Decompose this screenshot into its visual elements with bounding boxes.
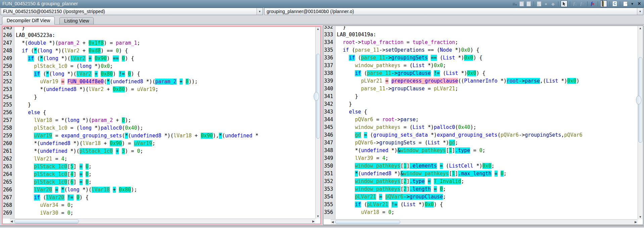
code-line[interactable]: 348 *(undefined *)&window_pathkeys[1].ty… (324, 147, 638, 154)
code-line[interactable]: 353 window_pathkeys[2].length = 0; (324, 185, 638, 193)
right-function-selector[interactable]: grouping_planner@001040b0 (/planner.o) ▼ (264, 8, 643, 15)
code-line[interactable]: 249 if (*(long *)(lVar2 + 0x90) == 0) { (3, 55, 315, 62)
scroll-right-icon[interactable]: ▶ (635, 220, 637, 224)
vertical-scrollbar-thumb[interactable] (638, 57, 642, 143)
code-line[interactable]: 336 if (parse_11->groupingSets == (List … (324, 54, 638, 62)
horizontal-scrollbar[interactable]: ◀ ▶ (10, 219, 315, 224)
code-line[interactable]: 266 lVar20 = *(long *)(lVar18 + 0x80); (3, 186, 315, 194)
line-number: 265 (3, 178, 14, 186)
scrollbar-grip[interactable] (314, 92, 319, 101)
code-line[interactable]: 250 plStack_1c0 = (long *)0x0; (3, 62, 315, 70)
line-number: 269 (3, 209, 14, 217)
code-line[interactable]: 332 } (324, 26, 638, 31)
code-line[interactable]: 337 window_pathkeys = (List *)0x0; (324, 62, 638, 70)
code-line[interactable]: 260 *(undefined8 *)(lVar18 + 0x90) = uVa… (3, 140, 315, 147)
code-line[interactable]: 340 parse_11->groupClause = pLVar21; (324, 85, 638, 93)
code-line[interactable]: 245 } (3, 27, 315, 32)
left-selector-dropdown-icon[interactable]: ▼ (257, 8, 263, 15)
code-line[interactable]: 350 window_pathkeys[1].elements = (ListC… (324, 162, 638, 170)
code-line[interactable]: 247 *(double *)(param_2 + 0x1f8) = param… (3, 39, 315, 47)
code-line[interactable]: 268 uVar34 = 0; (3, 201, 315, 209)
code-text: if (*(long *)(lVar2 + 0x90) == 0) { (14, 55, 134, 61)
code-line[interactable]: 256 else { (3, 109, 315, 117)
tab-decompiler-diff-view[interactable]: Decompiler Diff View (2, 16, 55, 25)
scroll-left-icon[interactable]: ◀ (10, 219, 13, 224)
code-text: window_pathkeys[2].length = 0; (335, 186, 446, 192)
scroll-right-icon[interactable]: ▶ (312, 219, 315, 224)
code-line[interactable]: 354 pLVar21 = pQVar6->groupClause; (324, 193, 638, 201)
code-text: pQVar6 = root->parse; (335, 117, 419, 123)
c-source-icon[interactable]: C (612, 1, 617, 7)
horizontal-scrollbar-thumb[interactable] (335, 220, 400, 224)
code-line[interactable]: 342 } (324, 100, 638, 108)
code-line[interactable]: 347 pQVar6->groupingSets = (List *)gd; (324, 139, 638, 147)
code-area-left[interactable]: 245 }246LAB_0045223a:247 *(double *)(par… (3, 27, 315, 219)
code-line[interactable]: 259 uVar19 = expand_grouping_sets(*(unde… (3, 132, 315, 140)
code-line[interactable]: 255 } (3, 101, 315, 109)
code-line[interactable]: 258 plStack_1c0 = (long *)palloc0(0x40); (3, 124, 315, 132)
code-line[interactable]: 346 gd = (grouping_sets_data *)expand_gr… (324, 131, 638, 139)
scroll-up-icon[interactable]: ▲ (316, 27, 320, 31)
left-function-selector[interactable]: FUN_00452150@00452150 (/postgres_strippe… (1, 8, 263, 15)
vertical-scrollbar-thumb[interactable] (316, 54, 320, 139)
code-line[interactable]: 355 if (pLVar21 != (List *)0x0) { (324, 201, 638, 209)
line-number: 336 (324, 54, 335, 62)
code-line[interactable]: 246LAB_0045223a: (3, 32, 315, 39)
code-line[interactable]: 267 if (lVar20 != 0) { (3, 194, 315, 201)
line-number: 267 (3, 194, 14, 201)
code-line[interactable]: 261 *(undefined *)(plStack_1c0 + 3) = 0; (3, 147, 315, 155)
line-number: 255 (3, 101, 14, 109)
code-line[interactable]: 253 *(undefined8 *)(lVar2 + 0x80) = uVar… (3, 86, 315, 93)
code-text: } (335, 93, 358, 99)
lock-scroll-icon[interactable] (600, 0, 607, 7)
code-text: window_pathkeys[1].elements = (ListCell … (335, 163, 495, 169)
cursor-select-icon[interactable] (561, 0, 567, 7)
code-line[interactable]: 356 uVar18 = 0; (324, 209, 638, 216)
vertical-scrollbar[interactable]: ▲ ▼ (315, 27, 320, 219)
code-line[interactable]: 248 if (*(long *)(lVar2 + 0xd8) == 0) { (3, 47, 315, 55)
code-line[interactable]: 339 pLVar21 = preprocess_groupclause((Pl… (324, 77, 638, 85)
code-line[interactable]: 352 window_pathkeys[2].type = T_Invalid; (324, 178, 638, 185)
code-line[interactable]: 343 else { (324, 108, 638, 116)
remove-function-match-icon[interactable]: f× (590, 1, 595, 7)
scroll-up-icon[interactable]: ▲ (638, 26, 643, 31)
code-line[interactable]: 262 lVar21 = 4; (3, 155, 315, 163)
scroll-down-icon[interactable]: ▼ (638, 215, 643, 219)
code-line[interactable]: 345 window_pathkeys = (List *)palloc0(0x… (324, 124, 638, 131)
code-text: plStack_1c0 = (long *)palloc0(0x40); (14, 125, 143, 131)
horizontal-scrollbar-thumb[interactable] (14, 219, 79, 223)
code-line[interactable]: 254 } (3, 93, 315, 101)
code-line[interactable]: 333LAB_0010419a: (324, 31, 638, 39)
code-line[interactable]: 335 if (parse_11->setOperations == (Node… (324, 46, 638, 54)
new-snapshot-icon[interactable]: → (623, 1, 628, 7)
horizontal-scrollbar[interactable]: ◀ ▶ (331, 219, 638, 224)
scroll-left-icon[interactable]: ◀ (331, 220, 334, 224)
code-line[interactable]: 263 plStack_1c0[5] = 0; (3, 163, 315, 171)
code-line[interactable]: 349 lVar39 = 4; (324, 154, 638, 162)
code-line[interactable]: 257 lVar18 = *(long *)(param_2 + 8); (3, 117, 315, 124)
code-line[interactable]: 252 uVar19 = FUN_0044f8e0(*(undefined8 *… (3, 78, 315, 86)
code-line[interactable]: 334 root->tuple_fraction = tuple_fractio… (324, 39, 638, 46)
view-options-menu-icon[interactable]: ≡▾ (512, 1, 517, 7)
code-text: if (*(long *)(lVar2 + 0x80) != 0) { (14, 71, 140, 77)
close-icon[interactable]: × (637, 1, 642, 7)
code-area-right[interactable]: 332 }333LAB_0010419a:334 root->tuple_fra… (324, 26, 638, 219)
toolbar-separator (620, 1, 620, 6)
code-line[interactable]: 341 } (324, 93, 638, 100)
code-text: window_pathkeys[2].type = T_Invalid; (335, 178, 464, 184)
tab-listing-view[interactable]: Listing View (59, 17, 94, 25)
scrollbar-grip[interactable] (636, 96, 641, 104)
right-selector-dropdown-icon[interactable]: ▼ (637, 8, 643, 15)
vertical-scrollbar[interactable]: ▲ ▼ (638, 26, 643, 219)
code-line[interactable]: 344 pQVar6 = root->parse; (324, 116, 638, 124)
code-line[interactable]: 269 iVar30 = 0; (3, 209, 315, 217)
code-text: parse_11->groupClause = pLVar21; (335, 86, 458, 92)
code-line[interactable]: 251 if (*(long *)(lVar2 + 0x80) != 0) { (3, 70, 315, 78)
scroll-down-icon[interactable]: ▼ (316, 214, 320, 219)
toolbar-dropdown-arrow-icon[interactable]: ▼ (630, 1, 635, 7)
circle-marker-icon: ● (543, 1, 549, 7)
code-line[interactable]: 264 plStack_1c0[4] = 0; (3, 171, 315, 178)
code-line[interactable]: 265 plStack_1c0[6] = 0; (3, 178, 315, 186)
code-line[interactable]: 338 if (parse_11->groupClause != (List *… (324, 70, 638, 77)
code-line[interactable]: 351 *(undefined8 *)&window_pathkeys[1].m… (324, 170, 638, 178)
